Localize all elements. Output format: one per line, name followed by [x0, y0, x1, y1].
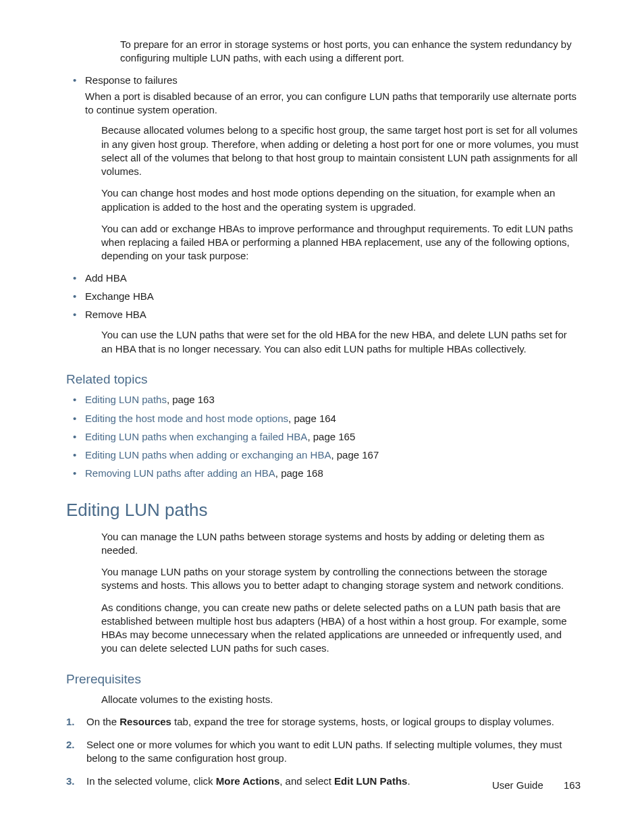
step-3-mid: , and select — [279, 775, 334, 787]
prereq-para: Allocate volumes to the existing hosts. — [101, 693, 581, 706]
step-2-text: Select one or more volumes for which you… — [86, 739, 562, 764]
para-host-group: Because allocated volumes belong to a sp… — [101, 124, 581, 178]
related-suffix-4: , page 167 — [331, 449, 379, 461]
step-3-before: In the selected volume, click — [86, 775, 216, 787]
related-item-1: Editing LUN paths, page 163 — [66, 393, 581, 407]
hba-option-remove: Remove HBA — [66, 308, 581, 321]
editing-para-2: You manage LUN paths on your storage sys… — [101, 565, 581, 593]
heading-editing-lun-paths: Editing LUN paths — [66, 498, 581, 522]
intro-bullet-response: Response to failures When a port is disa… — [66, 74, 581, 118]
step-3-bold2: Edit LUN Paths — [334, 775, 407, 787]
step-2: 2. Select one or more volumes for which … — [66, 738, 581, 766]
related-topics-list: Editing LUN paths, page 163 Editing the … — [66, 393, 581, 480]
related-item-5: Removing LUN paths after adding an HBA, … — [66, 467, 581, 480]
page-content: To prepare for an error in storage syste… — [66, 38, 581, 789]
editing-para-3: As conditions change, you can create new… — [101, 601, 581, 656]
related-suffix-5: , page 168 — [275, 467, 323, 479]
step-1-after: tab, expand the tree for storage systems… — [171, 716, 554, 727]
related-suffix-1: , page 163 — [167, 394, 215, 405]
page-footer: User Guide 163 — [492, 779, 581, 791]
editing-para-1: You can manage the LUN paths between sto… — [101, 530, 581, 558]
intro-bullet-list: Response to failures When a port is disa… — [66, 74, 581, 118]
page-number: 163 — [564, 779, 581, 791]
intro-para-redundancy: To prepare for an error in storage syste… — [120, 38, 581, 66]
related-suffix-2: , page 164 — [288, 413, 336, 424]
step-1: 1. On the Resources tab, expand the tree… — [66, 715, 581, 729]
prereq-steps: 1. On the Resources tab, expand the tree… — [66, 715, 581, 789]
step-2-number: 2. — [66, 738, 75, 752]
related-item-4: Editing LUN paths when adding or exchang… — [66, 448, 581, 462]
link-adding-exchanging-hba[interactable]: Editing LUN paths when adding or exchang… — [85, 449, 331, 461]
hba-option-add: Add HBA — [66, 271, 581, 285]
step-3-bold1: More Actions — [216, 775, 279, 787]
step-3-after: . — [407, 775, 410, 787]
hba-option-exchange: Exchange HBA — [66, 290, 581, 303]
link-editing-host-mode[interactable]: Editing the host mode and host mode opti… — [85, 413, 288, 424]
para-hba-summary: You can use the LUN paths that were set … — [101, 328, 581, 356]
heading-related-topics: Related topics — [66, 371, 581, 388]
related-item-2: Editing the host mode and host mode opti… — [66, 412, 581, 425]
step-1-bold: Resources — [119, 716, 171, 727]
related-item-3: Editing LUN paths when exchanging a fail… — [66, 430, 581, 444]
footer-label: User Guide — [492, 779, 543, 791]
hba-options-list: Add HBA Exchange HBA Remove HBA — [66, 271, 581, 322]
bullet-head-response: Response to failures — [85, 74, 581, 87]
link-exchanging-failed-hba[interactable]: Editing LUN paths when exchanging a fail… — [85, 431, 307, 442]
heading-prerequisites: Prerequisites — [66, 671, 581, 688]
related-suffix-3: , page 165 — [307, 431, 355, 442]
document-page: To prepare for an error in storage syste… — [0, 0, 644, 834]
step-3-number: 3. — [66, 775, 75, 788]
step-1-number: 1. — [66, 715, 75, 729]
link-editing-lun-paths[interactable]: Editing LUN paths — [85, 394, 167, 405]
link-removing-lun-paths[interactable]: Removing LUN paths after adding an HBA — [85, 467, 275, 479]
para-hba-intro: You can add or exchange HBAs to improve … — [101, 222, 581, 263]
bullet-body-response: When a port is disabled because of an er… — [85, 90, 576, 115]
step-1-before: On the — [86, 716, 119, 727]
para-host-modes: You can change host modes and host mode … — [101, 186, 581, 214]
